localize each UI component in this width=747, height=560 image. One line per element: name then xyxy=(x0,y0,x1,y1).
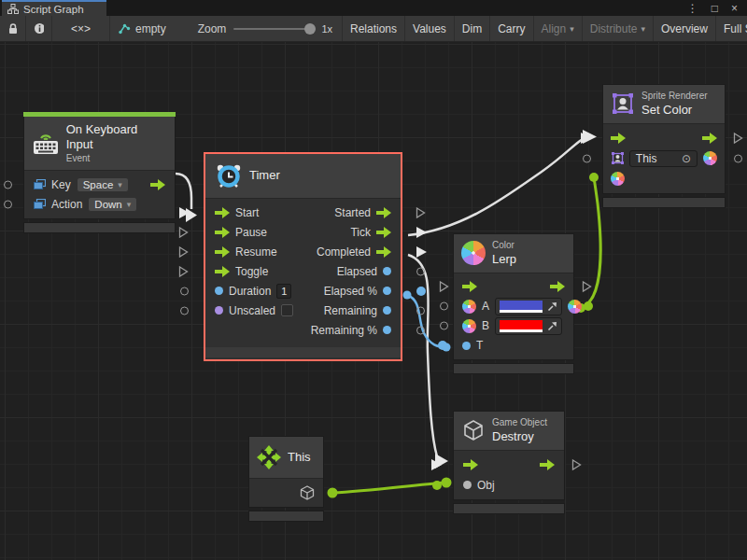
port-color-out[interactable] xyxy=(734,154,742,162)
trigger-out-arrow[interactable] xyxy=(376,207,391,218)
port-trigger-in[interactable] xyxy=(439,281,449,293)
node-set-color[interactable]: Sprite Renderer Set Color xyxy=(602,84,726,194)
full-screen-button[interactable]: Full Screen xyxy=(716,16,747,41)
node-on-keyboard-input[interactable]: On Keyboard Input Event Key Space ▾ xyxy=(23,112,176,219)
node-color-lerp[interactable]: Color Lerp A xyxy=(453,233,574,360)
trigger-out-arrow[interactable] xyxy=(376,246,391,258)
port-toggle-in[interactable] xyxy=(178,265,189,277)
value-out-dot[interactable] xyxy=(383,287,391,295)
carry-button[interactable]: Carry xyxy=(490,16,533,41)
node-timer-selection[interactable]: Timer Start Started Pause xyxy=(204,152,402,361)
port-remaining-out[interactable] xyxy=(416,306,425,315)
trigger-in-arrow[interactable] xyxy=(215,227,230,238)
duration-value-field[interactable]: 1 xyxy=(276,284,291,299)
kebab-menu-icon[interactable]: ⋮ xyxy=(687,3,698,14)
value-out-dot[interactable] xyxy=(383,306,391,315)
align-dropdown[interactable]: Align ▾ xyxy=(534,16,583,41)
port-obj-in-connected[interactable] xyxy=(432,481,442,490)
color-a-swatch[interactable] xyxy=(500,301,543,310)
port-started-out[interactable] xyxy=(416,206,426,218)
trigger-out-arrow[interactable] xyxy=(702,133,717,144)
distribute-dropdown[interactable]: Distribute ▾ xyxy=(583,16,654,41)
value-in-dot[interactable] xyxy=(215,287,223,295)
graph-breadcrumb[interactable]: empty xyxy=(110,16,174,41)
object-picker-icon[interactable]: ⊙ xyxy=(682,152,691,165)
tab-script-graph[interactable]: Script Graph xyxy=(2,0,106,16)
port-start-in-connected[interactable] xyxy=(179,207,190,218)
node-this[interactable]: This xyxy=(248,436,324,508)
value-in-dot[interactable] xyxy=(463,481,472,489)
port-trigger-in-connected[interactable] xyxy=(581,133,591,144)
action-dropdown[interactable]: Down ▾ xyxy=(88,197,137,212)
node-timer[interactable]: Timer Start Started Pause xyxy=(205,154,401,359)
script-graph-window: Script Graph ⋮ □ × xyxy=(0,0,747,560)
relations-button[interactable]: Relations xyxy=(343,16,405,41)
value-out-dot[interactable] xyxy=(383,267,391,275)
node-footer xyxy=(602,197,726,208)
port-a-in[interactable] xyxy=(440,302,448,311)
port-pause-in[interactable] xyxy=(178,226,189,238)
overview-button[interactable]: Overview xyxy=(654,16,716,41)
color-b-field[interactable] xyxy=(495,317,562,335)
port-elapsed-pct-out-connected[interactable] xyxy=(416,287,426,296)
port-trigger-out[interactable] xyxy=(733,132,743,144)
trigger-in-arrow[interactable] xyxy=(215,207,230,218)
port-trigger-out[interactable] xyxy=(571,458,582,470)
unscaled-checkbox[interactable] xyxy=(281,304,293,316)
zoom-slider-handle[interactable] xyxy=(304,23,316,35)
value-in-dot[interactable] xyxy=(462,342,471,350)
eyedropper-icon[interactable] xyxy=(547,301,557,312)
port-b-in[interactable] xyxy=(440,322,448,330)
port-color-out-connected[interactable] xyxy=(584,301,593,311)
port-t-in-connected[interactable] xyxy=(438,341,447,350)
trigger-out-arrow[interactable] xyxy=(550,281,565,292)
port-resume-in[interactable] xyxy=(178,245,189,258)
port-trigger-out[interactable] xyxy=(582,281,592,293)
trigger-out-arrow[interactable] xyxy=(150,179,165,190)
trigger-in-arrow[interactable] xyxy=(215,266,230,277)
port-elapsed-out[interactable] xyxy=(416,267,425,275)
port-unscaled-in[interactable] xyxy=(180,306,189,315)
port-this-out-connected[interactable] xyxy=(328,488,337,497)
trigger-out-arrow[interactable] xyxy=(376,227,391,238)
trigger-in-arrow[interactable] xyxy=(462,281,477,292)
input-action-icon xyxy=(34,179,46,190)
game-object-type-icon[interactable] xyxy=(299,484,316,501)
color-out-icon[interactable] xyxy=(703,151,717,165)
node-destroy[interactable]: Game Object Destroy Obj xyxy=(453,411,565,500)
lock-button[interactable] xyxy=(0,16,26,41)
trigger-out-arrow[interactable] xyxy=(540,459,555,470)
trigger-in-arrow[interactable] xyxy=(463,459,478,470)
obj-label: Obj xyxy=(477,479,495,492)
trigger-row xyxy=(454,455,564,475)
remaining-label: Remaining xyxy=(324,304,377,317)
info-button[interactable] xyxy=(26,16,52,41)
target-object-field[interactable]: This ⊙ xyxy=(629,150,698,167)
value-out-dot[interactable] xyxy=(383,326,391,334)
info-icon xyxy=(34,22,44,35)
port-trigger-in-connected[interactable] xyxy=(431,459,442,470)
values-button[interactable]: Values xyxy=(405,16,455,41)
color-out-icon[interactable] xyxy=(568,300,582,314)
value-in-dot[interactable] xyxy=(215,306,223,315)
eyedropper-icon[interactable] xyxy=(547,321,557,331)
dim-button[interactable]: Dim xyxy=(455,16,490,41)
zoom-slider[interactable] xyxy=(233,28,314,30)
zoom-to-fit-button[interactable]: <×> xyxy=(52,16,110,41)
graph-icon xyxy=(118,22,131,35)
trigger-in-arrow[interactable] xyxy=(215,246,230,258)
key-dropdown[interactable]: Space ▾ xyxy=(77,177,129,192)
color-b-swatch[interactable] xyxy=(500,320,543,329)
trigger-in-arrow[interactable] xyxy=(611,133,626,144)
port-remaining-pct-out[interactable] xyxy=(416,326,425,334)
maximize-icon[interactable]: □ xyxy=(712,3,718,14)
port-tick-out-connected[interactable] xyxy=(416,227,427,238)
port-completed-out-connected[interactable] xyxy=(416,246,427,258)
port-key-input[interactable] xyxy=(4,180,12,189)
port-duration-in[interactable] xyxy=(180,287,189,295)
port-action-input[interactable] xyxy=(4,200,12,208)
color-in-icon[interactable] xyxy=(611,172,625,186)
port-target-in[interactable] xyxy=(583,154,591,162)
close-icon[interactable]: × xyxy=(731,3,738,14)
color-a-field[interactable] xyxy=(495,298,562,315)
